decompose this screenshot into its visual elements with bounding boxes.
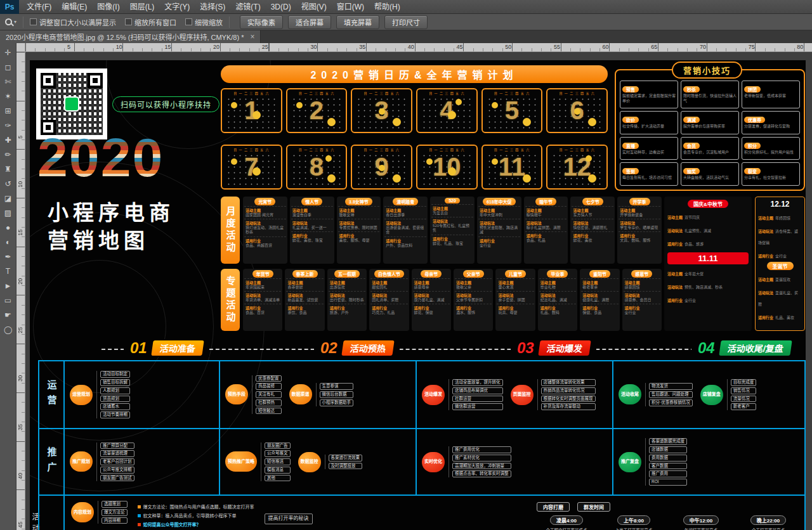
- tool-button[interactable]: ►: [1, 278, 16, 293]
- checkbox-icon: [125, 18, 132, 25]
- tip-text: 会员专享价，沉淀私域用户: [683, 150, 737, 155]
- mindmap-node: 活动全面放量，提升转化: [452, 379, 503, 386]
- tool-button[interactable]: ✒: [1, 249, 16, 264]
- timeline-time: 凌晨4:00: [550, 515, 583, 525]
- scan-hint: 扫码可以获得小程序扶持: [112, 96, 219, 112]
- stage-number: 01: [130, 339, 147, 357]
- menu-item[interactable]: 图像(I): [92, 0, 124, 14]
- menu-item[interactable]: 文字(Y): [159, 0, 195, 14]
- menu-item[interactable]: 视图(V): [296, 0, 332, 14]
- option-checkbox[interactable]: 调整窗口大小以满屏显示: [30, 17, 116, 27]
- activity-box: 春茶上新 活动主题春茶尝鲜 活动玩法新品首发、试饮装 适用行业茶饮、食品: [285, 269, 324, 331]
- checkbox-icon: [30, 18, 37, 25]
- calendar-header: 2020营销日历&全年营销计划: [221, 65, 608, 83]
- menu-item[interactable]: 选择(S): [195, 0, 230, 14]
- timeline-time: 中午12:00: [683, 515, 719, 525]
- mindmap-node: 推广费用优化: [452, 446, 511, 453]
- tool-button[interactable]: ↺: [1, 176, 16, 191]
- menu-item[interactable]: 滤镜(T): [230, 0, 265, 14]
- row-label-operations: 运营: [38, 360, 63, 428]
- tool-button[interactable]: ●: [1, 220, 16, 235]
- tool-button[interactable]: ✶: [1, 89, 16, 103]
- ps-logo: Ps: [0, 0, 19, 14]
- mindmap-node: 物流发货: [649, 383, 693, 390]
- mindmap-node: 店铺商品布局调优: [452, 387, 503, 394]
- menu-item[interactable]: 图层(L): [125, 0, 160, 14]
- mindmap-node: 新老客户: [731, 403, 757, 410]
- zoom-tool-context[interactable]: ▾: [5, 18, 16, 25]
- ruler-horizontal: 5101520253035404550556065707580: [25, 43, 812, 52]
- qr-finder: [41, 73, 56, 88]
- activity-title: 3.8女神节: [345, 198, 372, 205]
- tip-box: 积分 积分兑换好礼，提升用户粘性: [742, 137, 800, 160]
- tool-button[interactable]: ✑: [1, 118, 16, 132]
- cell-promotion-prep: 推广规划 推广预算分配流量渠道梳理老客户召回计划公众号推文排期朋友圈广告测试: [63, 428, 219, 494]
- canvas-area[interactable]: 扫码可以获得小程序扶持 2020 小程序电商 营销地图 2020营销日历&全年营…: [25, 52, 812, 530]
- tool-button[interactable]: ✚: [1, 132, 16, 147]
- tool-button[interactable]: ☛: [1, 307, 16, 322]
- tool-button[interactable]: ✄: [1, 74, 16, 89]
- month-calendar: 日 一 二 三 四 五 六 12: [546, 145, 608, 190]
- menu-item[interactable]: 窗口(W): [332, 0, 369, 14]
- tip-tag: 秒杀: [683, 86, 700, 93]
- close-icon[interactable]: ×: [250, 33, 254, 41]
- double12-panel: 12.12 活动主题年终回馈 活动玩法清仓特卖、返场促销 适用行业全行业 圣诞节…: [755, 197, 805, 331]
- tool-button[interactable]: ◯: [1, 322, 16, 337]
- magnifier-icon: [5, 18, 12, 25]
- tool-button[interactable]: ✏: [1, 147, 16, 162]
- tip-box: 优惠券 分层发券，促进转化与复购: [742, 111, 800, 134]
- menu-item[interactable]: 3D(D): [266, 0, 296, 14]
- activity-box: 3.8女神节 活动主题致敬女神 活动玩法专属优惠券、限时拼团 适用行业美妆、服饰…: [337, 197, 381, 264]
- menu-item[interactable]: 编辑(E): [56, 0, 92, 14]
- cell-operations-burst: 活动爆发 活动全面放量，提升转化店铺商品布局调优社群运营微信群运营 页面监控 店…: [416, 360, 612, 428]
- menu-item[interactable]: 文件(F): [22, 0, 56, 14]
- tool-button[interactable]: ◻: [1, 60, 16, 74]
- options-button[interactable]: 实际像素: [240, 15, 283, 29]
- content-tip-line: 爆文方法论：围绕热点与用户痛点选题，标题决定打开率: [138, 503, 254, 510]
- tip-tag: 砍价: [622, 117, 639, 123]
- timeline-note: 上半天打开率最高点: [615, 527, 653, 530]
- tip-text: 分层发券，促进转化与复购: [744, 124, 797, 129]
- tool-button[interactable]: ✛: [1, 45, 16, 60]
- options-button[interactable]: 填充屏幕: [336, 15, 379, 29]
- activity-title: 七夕节: [582, 198, 603, 205]
- tip-text: 老带新裂变，低成本获客: [744, 94, 797, 99]
- tip-tag: 会员: [683, 143, 700, 149]
- document-tab[interactable]: 2020小程序电商营销地图.jpg @ 12.5% (扫码可以获得小程序扶持, …: [0, 30, 261, 43]
- tool-button[interactable]: ⊞: [1, 103, 16, 118]
- document-image: 扫码可以获得小程序扶持 2020 小程序电商 营销地图 2020营销日历&全年营…: [30, 60, 806, 530]
- tool-button[interactable]: ▭: [1, 293, 16, 307]
- mindmap-node: 及时调整投放: [329, 463, 363, 470]
- activity-title: 儿童节: [505, 270, 526, 278]
- options-button[interactable]: 适合屏幕: [288, 15, 331, 29]
- cell-promotion-burst: 实时优化 推广费用优化推广素材优化高潮期加大投放，冲刺销量根据点击率、转化率实时…: [416, 428, 612, 494]
- qr-finder: [88, 73, 103, 88]
- option-checkbox[interactable]: 缩放所有窗口: [125, 17, 176, 27]
- mindmap-node: 微信群运营: [452, 403, 503, 410]
- double12-title: 12.12: [758, 200, 802, 209]
- side-label: 活动策划文案: [30, 360, 38, 530]
- cell-operations-warmup: 预热手段 优惠券配置商品装修关注有礼社群预热短信触达 数据渠道 生意参谋微信后台…: [219, 360, 416, 428]
- cell-content: 内容规划 选题策划爆文方法论内容排期 爆文方法论：围绕热点与用户痛点选题，标题决…: [63, 494, 806, 530]
- mindmap-node: 根据点击率、转化率实时调整: [452, 470, 511, 477]
- month-number: 3: [352, 89, 411, 132]
- mindmap-root: 实时优化: [422, 452, 445, 472]
- tool-button[interactable]: ▨: [1, 205, 16, 220]
- mindmap-root: 预热手段: [225, 384, 248, 404]
- option-checkbox[interactable]: 细微缩放: [185, 17, 223, 27]
- tool-button[interactable]: T: [1, 264, 16, 278]
- timeline-time: 晚上22:00: [750, 515, 786, 525]
- menu-item[interactable]: 帮助(H): [369, 0, 405, 14]
- tool-button[interactable]: ◐: [1, 235, 16, 249]
- tool-button[interactable]: ♜: [1, 162, 16, 176]
- stage-number: 03: [517, 339, 534, 357]
- options-button[interactable]: 打印尺寸: [384, 15, 428, 29]
- special-activities-label: 专题活动: [221, 269, 240, 331]
- tool-button[interactable]: ◪: [1, 191, 16, 205]
- activity-title: 春茶上新: [292, 270, 318, 278]
- mindmap-node: 推广预算分配: [100, 443, 134, 449]
- activity-box: 重阳节 活动主题敬老孝亲 活动玩法健康礼盒、满赠 适用行业保健、食品: [580, 269, 619, 331]
- timeline-note: 全天图文打开率最低点: [546, 527, 587, 530]
- tip-tag: 抽奖: [683, 168, 700, 174]
- month-calendar: 日 一 二 三 四 五 六 8: [286, 145, 348, 190]
